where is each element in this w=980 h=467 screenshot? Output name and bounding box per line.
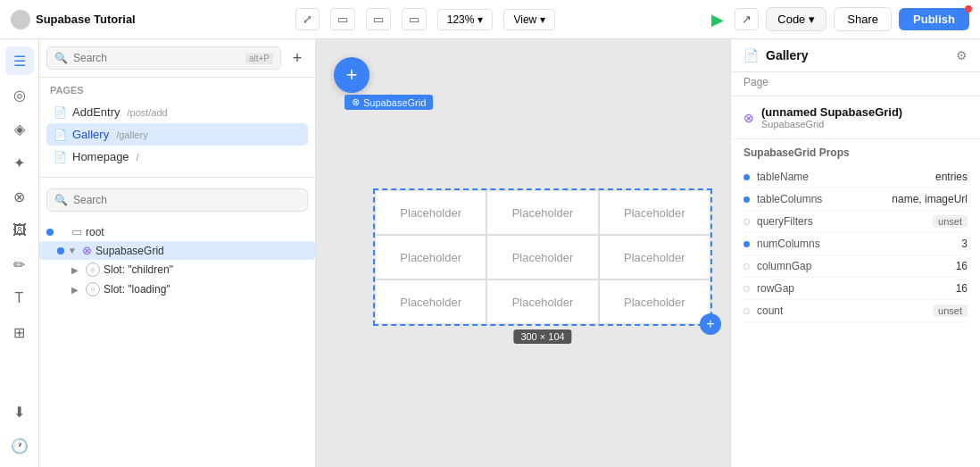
canvas-add-btn[interactable]: + bbox=[700, 313, 721, 335]
grid-cell: Placeholder bbox=[375, 279, 486, 324]
props-section: SupabaseGrid Props tableName entries tab… bbox=[731, 139, 980, 329]
prop-row-queryfilters: queryFilters unset bbox=[743, 211, 968, 233]
share-button[interactable]: Share bbox=[834, 7, 892, 31]
prop-label: tableColumns bbox=[757, 193, 892, 205]
logo-icon bbox=[11, 10, 30, 29]
grid-cell: Placeholder bbox=[486, 235, 598, 279]
pages-search-input[interactable] bbox=[73, 52, 240, 64]
grid-label-text: SupabaseGrid bbox=[363, 97, 426, 108]
fab-icon: + bbox=[346, 63, 358, 87]
tree-node-root[interactable]: ▭ root bbox=[39, 222, 315, 241]
sidebar-icon-history[interactable]: 🕐 bbox=[5, 431, 34, 460]
page-name: Gallery bbox=[72, 128, 109, 141]
grid-label-tag: ⊗ SupabaseGrid bbox=[345, 95, 433, 110]
zoom-arrow: ▾ bbox=[478, 13, 483, 26]
tree-node-slot-children[interactable]: ▶ ○ Slot: "children" bbox=[39, 260, 315, 279]
sidebar-icon-layers[interactable]: ◎ bbox=[5, 80, 34, 109]
grid-component-icon: ⊗ bbox=[352, 96, 360, 108]
layout-tablet-btn[interactable]: ▭ bbox=[366, 8, 391, 30]
sidebar-icon-menu[interactable]: ☰ bbox=[5, 46, 34, 75]
tree-expand-icon: ▼ bbox=[68, 246, 79, 255]
zoom-control[interactable]: 123% ▾ bbox=[437, 9, 494, 30]
page-item-homepage[interactable]: 📄 Homepage / bbox=[46, 146, 308, 168]
add-element-fab[interactable]: + bbox=[334, 57, 370, 93]
pages-search-box[interactable]: 🔍 alt+P bbox=[46, 46, 281, 70]
component-info: (unnamed SupabaseGrid) SupabaseGrid bbox=[761, 105, 968, 129]
component-row[interactable]: ⊗ (unnamed SupabaseGrid) SupabaseGrid bbox=[731, 96, 980, 139]
settings-gear-icon[interactable]: ⚙ bbox=[956, 48, 968, 63]
topbar-right-controls: ▶ ↗ Code ▾ Share Publish bbox=[708, 7, 969, 31]
slot-icon: ○ bbox=[86, 282, 100, 296]
sidebar-icon-grid[interactable]: ⊞ bbox=[5, 318, 34, 346]
layout-desktop-btn[interactable]: ▭ bbox=[330, 8, 355, 30]
sidebar-icon-publish[interactable]: ⬇ bbox=[5, 397, 34, 426]
prop-empty-dot bbox=[743, 263, 750, 270]
tree-node-label: Slot: "loading" bbox=[104, 283, 170, 296]
prop-label: columnGap bbox=[757, 260, 956, 272]
add-page-button[interactable]: + bbox=[287, 47, 308, 69]
search-shortcut: alt+P bbox=[245, 53, 273, 64]
root-box-icon: ▭ bbox=[71, 225, 82, 238]
prop-value: name, imageUrl bbox=[892, 193, 968, 205]
component-search-input[interactable] bbox=[73, 194, 300, 206]
prop-value: entries bbox=[935, 171, 968, 183]
share-link-btn[interactable]: ↗ bbox=[735, 8, 759, 30]
prop-row-count: count unset bbox=[743, 300, 968, 322]
component-name: (unnamed SupabaseGrid) bbox=[761, 105, 968, 119]
prop-label: queryFilters bbox=[757, 215, 933, 228]
grid-cell: Placeholder bbox=[375, 235, 486, 279]
size-badge: 300 × 104 bbox=[513, 329, 571, 344]
prop-label: count bbox=[757, 304, 933, 317]
sidebar-icon-style[interactable]: ✦ bbox=[5, 148, 34, 177]
sidebar-icon-integrations[interactable]: ⊗ bbox=[5, 182, 34, 211]
component-search-box[interactable]: 🔍 bbox=[46, 188, 308, 212]
expand-icon-btn[interactable]: ⤢ bbox=[295, 8, 320, 30]
page-file-icon: 📄 bbox=[54, 106, 67, 119]
tree-node-label: Slot: "children" bbox=[104, 263, 173, 276]
page-header-icon: 📄 bbox=[743, 48, 759, 63]
sidebar-icon-components[interactable]: ◈ bbox=[5, 114, 34, 143]
prop-value-tag: unset bbox=[933, 215, 968, 228]
view-control[interactable]: View ▾ bbox=[503, 9, 555, 30]
prop-value-tag: unset bbox=[933, 304, 968, 317]
tree-node-slot-loading[interactable]: ▶ ○ Slot: "loading" bbox=[39, 279, 315, 299]
supabasegrid-icon: ⊗ bbox=[82, 244, 92, 257]
sidebar-icon-text[interactable]: T bbox=[5, 284, 34, 313]
supabasegrid-canvas[interactable]: Placeholder Placeholder Placeholder Plac… bbox=[373, 188, 712, 326]
page-item-addentry[interactable]: 📄 AddEntry /post/add bbox=[46, 101, 308, 123]
publish-label: Publish bbox=[913, 13, 955, 26]
page-file-icon: 📄 bbox=[54, 151, 67, 163]
props-section-title: SupabaseGrid Props bbox=[743, 146, 968, 159]
run-button[interactable]: ▶ bbox=[708, 10, 727, 29]
sidebar-icon-media[interactable]: 🖼 bbox=[5, 216, 34, 245]
code-button[interactable]: Code ▾ bbox=[766, 7, 826, 31]
component-type: SupabaseGrid bbox=[761, 119, 968, 129]
share-label: Share bbox=[847, 13, 878, 26]
layout-mobile-btn[interactable]: ▭ bbox=[402, 8, 427, 30]
search-icon-2: 🔍 bbox=[54, 194, 68, 206]
tree-node-label: root bbox=[86, 226, 104, 238]
page-path: /gallery bbox=[116, 129, 147, 140]
sidebar-icon-draw[interactable]: ✏ bbox=[5, 250, 34, 279]
prop-row-tablename: tableName entries bbox=[743, 166, 968, 188]
grid-cell: Placeholder bbox=[599, 235, 710, 279]
canvas-area[interactable]: + ⊗ SupabaseGrid Placeholder Placeholder… bbox=[316, 39, 730, 467]
grid-cell: Placeholder bbox=[599, 279, 710, 324]
search-icon: 🔍 bbox=[54, 52, 68, 64]
prop-empty-dot bbox=[743, 219, 750, 225]
pages-section: Pages 📄 AddEntry /post/add 📄 Gallery /ga… bbox=[39, 78, 315, 173]
topbar: Supabase Tutorial ⤢ ▭ ▭ ▭ 123% ▾ View ▾ … bbox=[0, 0, 980, 39]
pages-section-label: Pages bbox=[46, 83, 308, 97]
page-name: AddEntry bbox=[72, 105, 120, 119]
page-item-gallery[interactable]: 📄 Gallery /gallery bbox=[46, 123, 308, 146]
grid-row-2: Placeholder Placeholder Placeholder bbox=[375, 235, 710, 279]
tree-node-supabasegrid[interactable]: ▼ ⊗ SupabaseGrid bbox=[39, 241, 315, 260]
grid-cell: Placeholder bbox=[486, 279, 598, 324]
publish-button[interactable]: Publish bbox=[899, 8, 969, 30]
component-type-icon: ⊗ bbox=[743, 111, 754, 125]
prop-value: 16 bbox=[956, 282, 968, 295]
zoom-value: 123% bbox=[447, 13, 475, 26]
page-name: Homepage bbox=[72, 150, 129, 163]
right-panel-title: Gallery bbox=[766, 48, 949, 63]
grid-row-1: Placeholder Placeholder Placeholder bbox=[375, 190, 710, 235]
